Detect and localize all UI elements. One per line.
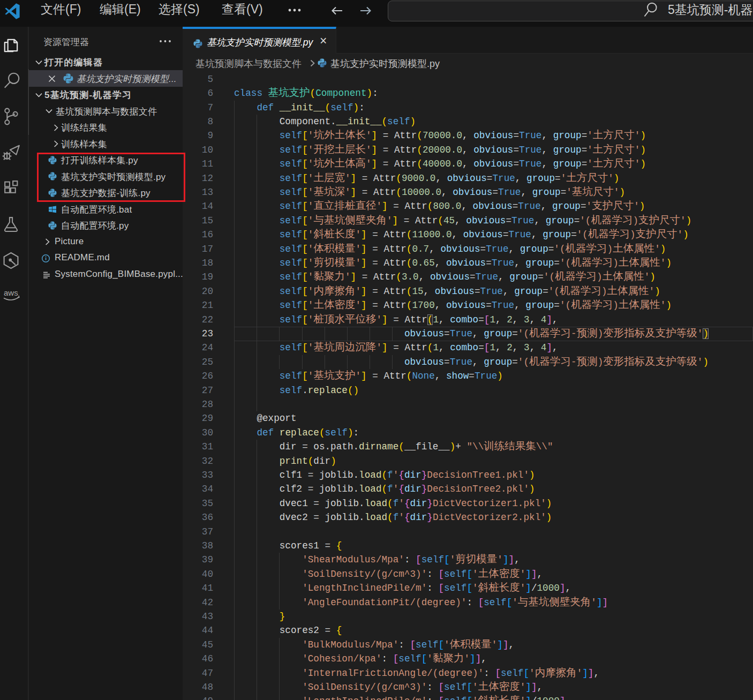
svg-text:aws: aws	[4, 288, 18, 297]
